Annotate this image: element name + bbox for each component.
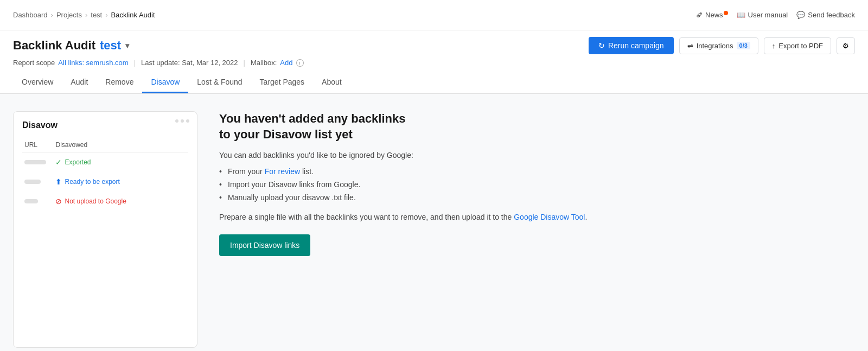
scope-separator: | [134,59,136,67]
integrations-button[interactable]: ⇌ Integrations 0/3 [679,37,758,54]
google-disavow-link[interactable]: Google Disavow Tool [514,213,585,221]
table-row: ⬆ Ready to be export [22,172,188,192]
content-area: You haven't added any backlinks to your … [219,111,855,348]
final-text: Prepare a single file with all the backl… [219,213,855,221]
status-ready: ⬆ Ready to be export [55,177,186,186]
news-label: News [705,11,723,19]
ready-label: Ready to be export [65,178,119,186]
tab-about[interactable]: About [313,72,350,93]
export-pdf-button[interactable]: ↑ Export to PDF [764,37,831,54]
settings-button[interactable]: ⚙ [837,37,855,54]
user-manual-label: User manual [748,11,788,19]
bullet-suffix-1: list. [300,167,314,176]
nav-tabs: Overview Audit Remove Disavow Lost & Fou… [13,72,855,93]
rerun-label: Rerun campaign [608,41,664,50]
bullet-list: From your For review list. Import your D… [219,167,855,202]
col-url: URL [22,138,53,152]
tab-audit[interactable]: Audit [62,72,97,93]
rerun-icon: ↻ [598,41,605,50]
table-row: ⊘ Not upload to Google [22,192,188,211]
url-cell-2 [22,172,53,192]
send-feedback-label: Send feedback [808,11,855,19]
final-text-before: Prepare a single file with all the backl… [219,213,514,221]
url-bar-2 [24,180,41,184]
page-title: Backlink Audit test ▾ [13,39,129,53]
url-bar-3 [24,199,38,203]
main-content: Disavow URL Disavowed ✓ Exported [0,94,868,351]
list-item: Manually upload your disavow .txt file. [219,193,855,202]
card-title: Disavow [22,120,188,130]
status-no-upload: ⊘ Not upload to Google [55,197,186,206]
news-icon: 🗞 [695,11,703,19]
status-cell-1: ✓ Exported [53,152,188,173]
disavow-illustration-card: Disavow URL Disavowed ✓ Exported [13,111,197,348]
header-top: Backlink Audit test ▾ ↻ Rerun campaign ⇌… [13,37,855,54]
exported-label: Exported [65,158,91,166]
gear-icon: ⚙ [843,42,849,50]
breadcrumb-sep-1: › [51,11,53,19]
topbar-right: 🗞 News 📖 User manual 💬 Send feedback [695,11,855,19]
content-heading: You haven't added any backlinks to your … [219,111,855,142]
report-scope-link[interactable]: All links: semrush.com [58,59,128,67]
bullet-text-1: From your [228,167,265,176]
breadcrumb-sep-3: › [105,11,107,19]
breadcrumb: Dashboard › Projects › test › Backlink A… [13,11,155,19]
table-row: ✓ Exported [22,152,188,173]
status-exported: ✓ Exported [55,158,186,167]
last-update: Last update: Sat, Mar 12, 2022 [141,59,238,67]
block-icon: ⊘ [55,197,62,206]
report-scope-label: Report scope [13,59,55,67]
rerun-campaign-button[interactable]: ↻ Rerun campaign [589,37,674,54]
news-link[interactable]: 🗞 News [695,11,728,19]
bullet-text-3: Manually upload your disavow .txt file. [228,193,356,202]
export-icon: ↑ [772,42,776,50]
disavow-table: URL Disavowed ✓ Exported [22,138,188,211]
header: Backlink Audit test ▾ ↻ Rerun campaign ⇌… [0,30,868,94]
tab-overview[interactable]: Overview [13,72,62,93]
send-feedback-link[interactable]: 💬 Send feedback [796,11,855,19]
import-disavow-button[interactable]: Import Disavow links [219,234,310,256]
breadcrumb-test[interactable]: test [91,11,102,19]
mailbox-info-icon[interactable]: i [296,59,304,67]
integrations-icon: ⇌ [687,42,693,50]
no-upload-label: Not upload to Google [65,197,126,205]
user-manual-link[interactable]: 📖 User manual [737,11,788,19]
topbar: Dashboard › Projects › test › Backlink A… [0,0,868,30]
status-cell-3: ⊘ Not upload to Google [53,192,188,211]
url-cell-3 [22,192,53,211]
list-item: Import your Disavow links from Google. [219,180,855,189]
url-cell-1 [22,152,53,173]
col-disavowed: Disavowed [53,138,188,152]
tab-target-pages[interactable]: Target Pages [251,72,314,93]
mailbox-add-link[interactable]: Add [280,59,292,67]
tab-disavow[interactable]: Disavow [142,72,188,93]
mailbox-label: Mailbox: [251,59,277,67]
news-notification-dot [724,11,728,15]
page-title-text: Backlink Audit [13,39,95,53]
card-dot-2 [181,119,184,123]
report-scope-bar: Report scope All links: semrush.com | La… [13,59,855,72]
bullet-text-2: Import your Disavow links from Google. [228,180,360,189]
feedback-icon: 💬 [796,11,805,19]
final-text-after: . [585,213,587,221]
breadcrumb-current: Backlink Audit [111,11,155,19]
chevron-down-icon[interactable]: ▾ [125,41,129,50]
url-bar-1 [24,160,46,164]
book-icon: 📖 [737,11,745,19]
header-actions: ↻ Rerun campaign ⇌ Integrations 0/3 ↑ Ex… [589,37,855,54]
tab-lost-found[interactable]: Lost & Found [188,72,251,93]
for-review-link[interactable]: For review [265,167,300,176]
tab-remove[interactable]: Remove [97,72,142,93]
breadcrumb-sep-2: › [85,11,87,19]
status-cell-2: ⬆ Ready to be export [53,172,188,192]
card-dot-3 [186,119,189,123]
integrations-count: 0/3 [737,42,750,49]
breadcrumb-projects[interactable]: Projects [56,11,82,19]
scope-separator-2: | [244,59,245,67]
project-name[interactable]: test [100,39,121,53]
export-label: Export to PDF [778,42,823,50]
list-item: From your For review list. [219,167,855,176]
card-dot-1 [175,119,178,123]
card-dots [175,119,189,123]
breadcrumb-dashboard[interactable]: Dashboard [13,11,48,19]
